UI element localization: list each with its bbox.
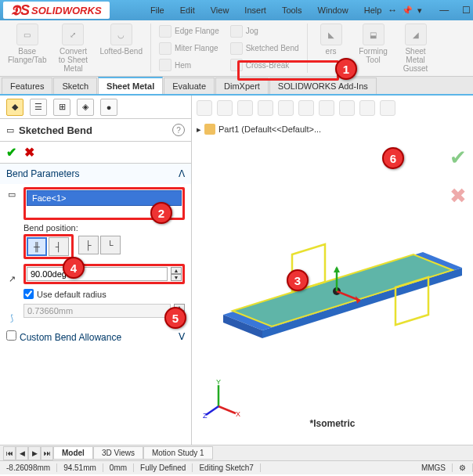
feature-tree[interactable]: ▸ Part1 (Default<<Default>...: [197, 124, 321, 135]
tab-scroll-last[interactable]: ⏭: [41, 446, 53, 460]
ok-button[interactable]: ✔: [6, 145, 16, 160]
view-orient-icon[interactable]: [278, 100, 294, 116]
ribbon-label: Convert to Sheet Metal: [59, 47, 88, 73]
svg-text:X: X: [236, 410, 240, 418]
view-triad[interactable]: Y X Z: [203, 379, 242, 418]
tab-dimxpert[interactable]: DimXpert: [215, 78, 269, 94]
panel-tab-appearance[interactable]: ◈: [77, 99, 94, 116]
ribbon-edge-flange[interactable]: Edge Flange: [156, 23, 222, 39]
panel-tab-render[interactable]: ●: [100, 99, 117, 116]
menu-insert[interactable]: Insert: [238, 4, 273, 16]
tab-sketch[interactable]: Sketch: [53, 78, 97, 94]
bend-angle-input[interactable]: [27, 267, 168, 281]
face-select-icon[interactable]: ▭: [5, 187, 19, 201]
tab-sheet-metal[interactable]: Sheet Metal: [98, 77, 163, 94]
ribbon-bend-group: Jog Sketched Bend Cross-Break: [227, 23, 302, 73]
ribbon-convert[interactable]: ⤢ Convert to Sheet Metal: [54, 23, 92, 73]
cancel-button[interactable]: ✖: [24, 145, 34, 160]
ribbon-lofted[interactable]: ◡ Lofted-Bend: [96, 23, 146, 73]
bend-pos-material-out[interactable]: ├: [78, 236, 99, 254]
appearance-icon[interactable]: [359, 100, 375, 116]
bottom-tab-motion[interactable]: Motion Study 1: [143, 446, 213, 460]
ribbon-base-flange[interactable]: ▭ Base Flange/Tab: [5, 23, 49, 73]
use-default-radius-checkbox[interactable]: [23, 289, 34, 299]
expand-arrow-icon[interactable]: ↔: [388, 5, 397, 16]
sketched-bend-icon: [230, 42, 243, 55]
ribbon-flange-group: Edge Flange Miter Flange Hem: [156, 23, 222, 73]
confirm-row: ✔ ✖: [0, 142, 191, 164]
convert-icon: ⤢: [62, 23, 84, 45]
lofted-icon: ◡: [110, 23, 132, 45]
callout-6: 6: [382, 147, 404, 169]
bend-params-header[interactable]: Bend Parameters ᐱ: [0, 164, 191, 184]
collapse-icon: ᐱ: [179, 168, 185, 179]
tab-scroll-prev[interactable]: ◀: [16, 446, 28, 460]
menu-window[interactable]: Window: [312, 4, 355, 16]
bend-pos-material-in[interactable]: ┤: [49, 237, 69, 256]
scene-icon[interactable]: [339, 100, 355, 116]
zoom-area-icon[interactable]: [217, 100, 233, 116]
logo-s-icon: 𝕯S: [11, 2, 30, 19]
panel-tab-display[interactable]: ⊞: [53, 99, 70, 116]
callout-4: 4: [63, 257, 85, 279]
bend-pos-highlight: ╫ ┤: [23, 234, 74, 259]
menu-file[interactable]: File: [144, 4, 171, 16]
ribbon-cross-break[interactable]: Cross-Break: [227, 57, 302, 73]
custom-allowance-checkbox[interactable]: [6, 330, 16, 341]
bend-pos-outside[interactable]: └: [100, 236, 121, 254]
custom-allowance-header[interactable]: Custom Bend Allowance ᐯ: [0, 326, 191, 348]
tab-scroll-first[interactable]: ⏮: [3, 446, 16, 460]
menu-help[interactable]: Help: [358, 4, 388, 16]
callout-5: 5: [164, 307, 186, 329]
help-icon[interactable]: ?: [172, 124, 185, 136]
angle-icon: ↗: [5, 272, 19, 286]
panel-tab-feature[interactable]: ◆: [6, 99, 23, 116]
tab-scroll-next[interactable]: ▶: [28, 446, 41, 460]
ribbon-gusset[interactable]: ◢ Sheet Metal Gusset: [397, 23, 435, 73]
command-tabs: Features Sketch Sheet Metal Evaluate Dim…: [0, 77, 473, 96]
ribbon-sketched-bend[interactable]: Sketched Bend: [227, 41, 302, 56]
radius-icon: ⟆: [5, 311, 19, 325]
zoom-fit-icon[interactable]: [197, 100, 212, 116]
ribbon-jog[interactable]: Jog: [227, 23, 302, 39]
viewport[interactable]: ▸ Part1 (Default<<Default>... ✔ ✖: [192, 96, 473, 445]
app-logo: 𝕯S SOLIDWORKS: [3, 2, 110, 19]
section-view-icon[interactable]: [258, 100, 273, 116]
corners-icon: ◣: [320, 23, 342, 45]
tab-addins[interactable]: SOLIDWORKS Add-Ins: [269, 78, 377, 94]
tab-evaluate[interactable]: Evaluate: [164, 78, 215, 94]
hide-show-icon[interactable]: [319, 100, 334, 116]
callout-2: 2: [150, 202, 172, 224]
menu-view[interactable]: View: [204, 4, 236, 16]
prev-view-icon[interactable]: [237, 100, 253, 116]
feature-icon: ▭: [6, 125, 14, 135]
angle-up[interactable]: ▲: [171, 267, 182, 274]
pin-icon[interactable]: 📌: [402, 5, 413, 16]
menu-edit[interactable]: Edit: [174, 4, 201, 16]
svg-line-15: [206, 406, 218, 415]
app-name: SOLIDWORKS: [31, 5, 102, 16]
tab-features[interactable]: Features: [2, 78, 52, 94]
tree-part-name[interactable]: Part1 (Default<<Default>...: [218, 124, 321, 134]
display-style-icon[interactable]: [298, 100, 314, 116]
status-editing: Editing Sketch7: [193, 463, 261, 472]
render-icon[interactable]: [380, 100, 395, 116]
status-units[interactable]: MMGS: [415, 463, 453, 472]
ribbon-forming[interactable]: ⬓ Forming Tool: [355, 23, 392, 73]
angle-down[interactable]: ▼: [171, 274, 182, 281]
dropdown-icon[interactable]: ▾: [417, 5, 422, 16]
panel-tab-config[interactable]: ☰: [30, 99, 47, 116]
panel-header: ▭ Sketched Bend ?: [0, 119, 191, 142]
ribbon-miter-flange[interactable]: Miter Flange: [156, 41, 222, 56]
section-label: Bend Parameters: [6, 168, 79, 179]
menu-tools[interactable]: Tools: [276, 4, 309, 16]
status-gear-icon[interactable]: ⚙: [453, 463, 473, 472]
bottom-tab-3dviews[interactable]: 3D Views: [93, 446, 143, 460]
maximize-button[interactable]: ☐: [455, 2, 473, 18]
ribbon-hem[interactable]: Hem: [156, 57, 222, 73]
tree-expand-icon[interactable]: ▸: [197, 124, 201, 135]
forming-icon: ⬓: [363, 23, 385, 45]
minimize-button[interactable]: —: [433, 2, 455, 18]
bend-pos-centerline[interactable]: ╫: [27, 237, 47, 256]
bottom-tab-model[interactable]: Model: [53, 446, 93, 460]
